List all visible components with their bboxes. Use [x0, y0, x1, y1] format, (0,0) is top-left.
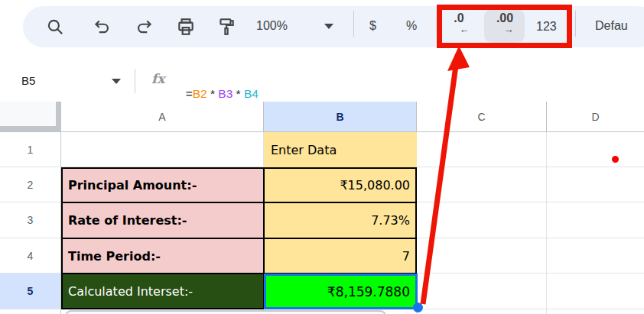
gridline	[546, 132, 547, 314]
floating-toolbar-partial	[65, 310, 386, 314]
zoom-level[interactable]: 100%	[256, 19, 288, 33]
redo-icon[interactable]	[135, 17, 154, 37]
cell-a2[interactable]: Principal Amount:-	[61, 167, 264, 202]
row-header-4[interactable]: 4	[0, 238, 61, 274]
row-header-3[interactable]: 3	[0, 202, 61, 238]
font-selector[interactable]: Defau	[595, 19, 628, 33]
annotation-red-dot	[612, 156, 619, 163]
cell-b3[interactable]: 7.73%	[264, 202, 417, 238]
annotation-highlight-rect	[437, 5, 572, 48]
column-header-c[interactable]: C	[417, 102, 547, 132]
row-header-6-partial[interactable]	[0, 309, 61, 314]
formula-token: B4	[244, 87, 259, 100]
print-icon[interactable]	[176, 17, 196, 37]
formula-token: =	[186, 87, 193, 100]
search-icon[interactable]	[45, 17, 65, 37]
formula-input[interactable]: =B2 * B3 * B4	[179, 73, 259, 101]
row-header-1[interactable]: 1	[0, 132, 61, 167]
name-box[interactable]: B5	[21, 74, 35, 87]
cell-b5-selected[interactable]: ₹8,159.7880	[264, 274, 417, 309]
formula-token: B2	[193, 87, 207, 100]
column-header-d[interactable]: D	[547, 102, 644, 132]
undo-icon[interactable]	[92, 17, 112, 37]
zoom-dropdown-icon[interactable]	[324, 24, 333, 29]
formula-token: *	[233, 87, 244, 100]
formula-token: *	[207, 87, 219, 100]
toolbar-divider	[575, 11, 576, 37]
currency-format-button[interactable]: $	[369, 19, 376, 33]
fill-handle[interactable]	[413, 303, 423, 312]
row-header-2[interactable]: 2	[0, 167, 61, 202]
select-all-corner[interactable]	[0, 102, 61, 132]
column-header-b[interactable]: B	[264, 102, 417, 132]
name-box-dropdown-icon[interactable]	[112, 79, 121, 84]
cell-b4[interactable]: 7	[264, 238, 417, 274]
paint-format-icon[interactable]	[216, 17, 236, 37]
cell-b2[interactable]: ₹15,080.00	[264, 167, 417, 202]
formula-token: B3	[218, 87, 233, 100]
column-header-a[interactable]: A	[61, 102, 264, 132]
row-header-5[interactable]: 5	[0, 274, 61, 309]
percent-format-button[interactable]: %	[406, 19, 417, 33]
cell-a4[interactable]: Time Period:-	[61, 238, 264, 274]
toolbar-divider	[353, 11, 354, 37]
cell-a3[interactable]: Rate of Interest:-	[61, 202, 264, 238]
cell-b1[interactable]: Enter Data	[264, 132, 417, 167]
cell-a5[interactable]: Calculated Interset:-	[61, 274, 264, 309]
fx-icon: fx	[151, 71, 164, 86]
formula-bar-divider	[135, 69, 135, 93]
